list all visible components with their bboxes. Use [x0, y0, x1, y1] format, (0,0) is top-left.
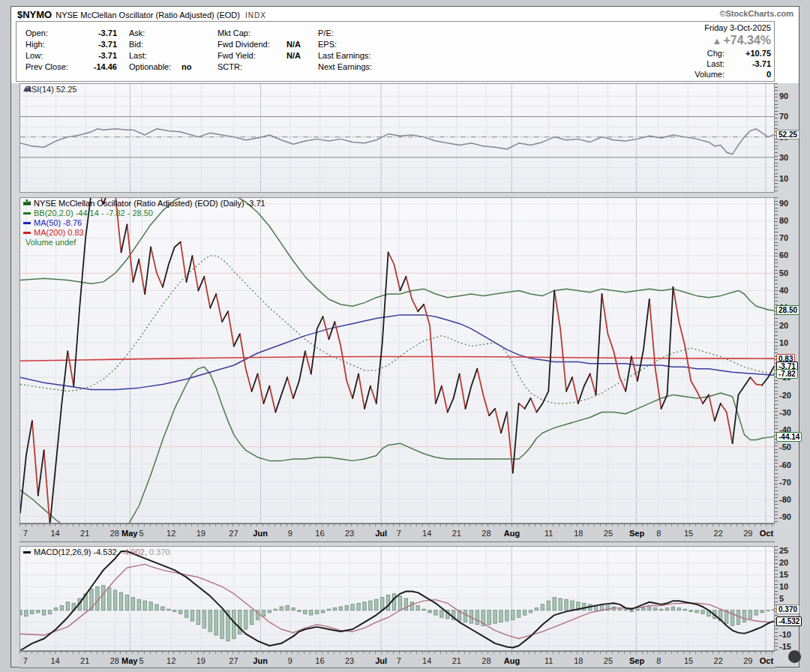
quote-label: Last: [129, 50, 182, 62]
date-label: 16 [306, 656, 333, 665]
quote-label: Fwd Yield: [218, 50, 286, 62]
macd-swatch [23, 551, 31, 554]
y-axis-label: -80 [779, 495, 791, 504]
date-label: 14 [42, 529, 69, 538]
header: $NYMONYSE McClellan Oscillator (Ratio Ad… [11, 7, 799, 83]
quote-column: P/E:EPS:Last Earnings:Next Earnings: [318, 28, 468, 73]
date-label: 8 [645, 656, 672, 665]
date-label: 21 [71, 656, 98, 665]
date-label: 28 [472, 529, 500, 538]
quote-row: Last Earnings: [318, 50, 468, 62]
date-label: 11 [536, 529, 562, 538]
stats-block: Friday 3-Oct-2025 ▲+74.34% Chg:+10.75Las… [628, 23, 771, 80]
quote-label: Bid: [129, 39, 182, 50]
date-label: 15 [675, 529, 702, 538]
date-label: Jun [247, 656, 274, 665]
quote-label: Mkt Cap: [218, 28, 286, 39]
y-axis-label: 80 [779, 216, 788, 225]
date-label: 23 [336, 529, 363, 538]
date-label: Oct [753, 656, 780, 665]
date-label: 9 [277, 656, 304, 665]
y-axis-label: 10 [779, 174, 788, 183]
date-label: 28 [472, 656, 500, 665]
y-axis-label: -60 [779, 460, 791, 470]
date-label: 11 [536, 656, 562, 665]
y-axis-label: -10 [779, 630, 791, 639]
date-label: 14 [413, 656, 440, 665]
quote-row: High:-3.71 [26, 39, 117, 50]
y-axis-label: 30 [779, 303, 788, 312]
main-chart-panel: NYSE McClellan Oscillator (Ratio Adjuste… [20, 197, 775, 524]
macd-panel: MACD(12,26,9) -4.532, -4.902, 0.370 [20, 546, 775, 651]
y-axis-label: 10 [779, 338, 788, 347]
y-axis-label: 10 [779, 582, 788, 591]
stat-rows: Chg:+10.75Last:-3.71Volume:0 [628, 48, 771, 80]
stat-label: Chg: [707, 48, 724, 58]
value-tag: -4.532 [776, 616, 802, 626]
quote-label: Ask: [129, 28, 182, 39]
date-label: 27 [220, 529, 247, 538]
date-label: 7 [386, 529, 412, 538]
value-tag: 52.25 [776, 130, 800, 140]
quote-label: Optionable: [129, 62, 182, 73]
date-label: 18 [565, 656, 592, 665]
stat-row: Volume:0 [628, 69, 771, 80]
date-label: 5 [128, 656, 155, 665]
symbol: $NYMO [17, 9, 52, 20]
y-axis-label: 90 [779, 92, 788, 100]
y-axis-label: -15 [779, 642, 791, 651]
quote-row: Low:-3.71 [26, 50, 117, 62]
date-label: 25 [595, 656, 622, 665]
date-label: 23 [336, 656, 363, 665]
macd-signal-value: -4.902, [119, 548, 147, 556]
quote-label: Open: [26, 28, 48, 39]
quote-label: Prev Close: [26, 62, 68, 73]
y-axis-label: 60 [779, 250, 788, 260]
y-axis-label: 40 [779, 286, 788, 295]
chart-frame: $NYMONYSE McClellan Oscillator (Ratio Ad… [10, 6, 800, 668]
date-label: 8 [645, 529, 672, 538]
date-label: 14 [42, 656, 69, 665]
y-axis-label: 50 [779, 268, 788, 278]
quote-value: N/A [286, 51, 301, 60]
value-tag: 28.50 [776, 305, 800, 315]
date-label: 14 [413, 529, 440, 538]
date-label: 9 [277, 529, 304, 538]
watermark-dot [788, 650, 801, 663]
quote-label: SCTR: [218, 62, 286, 73]
value-tag: 0.370 [776, 604, 800, 614]
y-axis-label: -30 [779, 408, 791, 417]
quote-value: -14.46 [94, 62, 117, 73]
stat-row: Last:-3.71 [628, 58, 771, 69]
y-axis-label: 70 [779, 233, 788, 242]
quote-value: -3.71 [98, 50, 117, 62]
date-line: Friday 3-Oct-2025 [628, 23, 771, 34]
quote-value: -3.71 [98, 28, 117, 39]
quote-row: EPS: [318, 39, 468, 50]
date-label: 7 [12, 656, 39, 665]
percent-change: ▲+74.34% [628, 34, 771, 48]
date-label: 15 [675, 656, 702, 665]
y-axis-label: 25 [779, 546, 788, 555]
quote-row: P/E: [318, 28, 468, 39]
quote-column: Open:-3.71High:-3.71Low:-3.71Prev Close:… [26, 28, 117, 73]
quote-value: N/A [286, 40, 301, 49]
date-label: 18 [565, 529, 592, 538]
value-tag: -44.14 [776, 432, 802, 442]
quote-label: High: [26, 39, 45, 50]
value-tag: -3.71 [776, 362, 798, 371]
stat-row: Chg:+10.75 [628, 48, 771, 58]
stat-label: Volume: [694, 69, 724, 80]
quote-row: Open:-3.71 [26, 28, 117, 39]
y-axis-label: -40 [779, 425, 791, 434]
legend-row: Volume undef [23, 238, 266, 248]
date-label: 25 [595, 529, 622, 538]
date-label: 22 [705, 529, 732, 538]
y-axis-label: -90 [779, 512, 791, 521]
date-label: 21 [443, 529, 470, 538]
y-axis-label: 15 [779, 570, 788, 579]
y-axis-label: 5 [779, 594, 784, 603]
stat-value: -3.71 [752, 58, 771, 69]
date-label: 12 [158, 656, 184, 665]
quote-value: -3.71 [98, 39, 117, 50]
